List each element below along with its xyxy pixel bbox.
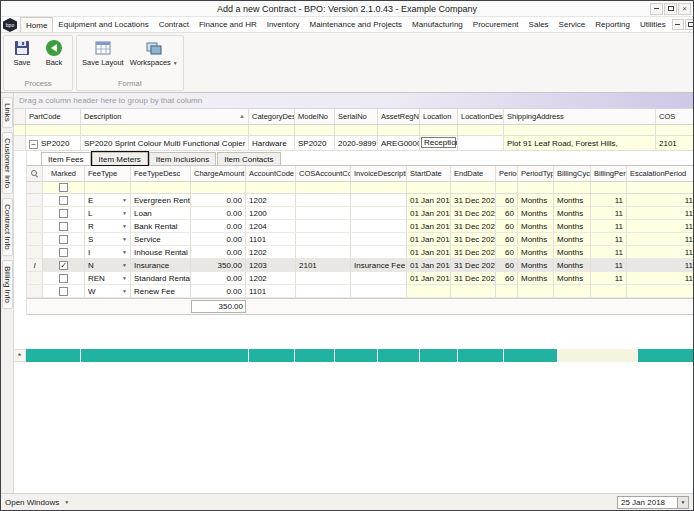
ribbon-tab-finance-and-hr[interactable]: Finance and HR <box>194 17 262 32</box>
filter-cell[interactable] <box>295 125 335 135</box>
cell-feetype[interactable]: REN▼ <box>85 272 131 284</box>
column-header-location[interactable]: Location <box>420 109 458 124</box>
cell-period[interactable]: 60 <box>496 194 518 206</box>
cell-escalationperiod[interactable]: 11 <box>627 246 694 258</box>
new-row-cell[interactable] <box>249 349 295 362</box>
master-row[interactable]: −SP2020 SP2020 Sprint Colour Multi Funct… <box>14 136 693 151</box>
column-header-cosaccountcode[interactable]: COSAccountCode <box>296 166 351 181</box>
column-header-categorydesc[interactable]: CategoryDesc <box>249 109 295 124</box>
cell-period[interactable]: 60 <box>496 259 518 271</box>
cell-billingcycle[interactable]: Months <box>554 220 591 232</box>
group-by-panel[interactable]: Drag a column header here to group by th… <box>14 93 693 109</box>
cell-feetypedesc[interactable]: Standard Rentals <box>131 272 191 284</box>
cell-periodtype[interactable]: Months <box>518 272 554 284</box>
table-row[interactable]: S▼Service0.00110101 Jan 201831 Dec 20226… <box>27 233 694 246</box>
cell-locationdesc[interactable] <box>458 136 504 150</box>
cell-enddate[interactable]: 31 Dec 2022 <box>451 233 496 245</box>
minimize-icon[interactable] <box>650 3 663 15</box>
filter-cell[interactable] <box>246 182 296 193</box>
cell-escalationperiod[interactable]: 11 <box>627 259 694 271</box>
new-row-cell[interactable] <box>26 349 81 362</box>
cell-escalationperiod[interactable] <box>627 285 694 297</box>
dropdown-arrow-icon[interactable]: ▼ <box>122 262 127 268</box>
cell-periodtype[interactable]: Months <box>518 194 554 206</box>
cell-accountcode[interactable]: 1101 <box>246 233 296 245</box>
cell-enddate[interactable] <box>451 285 496 297</box>
cell-escalationperiod[interactable]: 11 <box>627 272 694 284</box>
back-button[interactable]: Back <box>38 37 70 78</box>
cell-periodtype[interactable]: Months <box>518 259 554 271</box>
cell-accountcode[interactable]: 1202 <box>246 272 296 284</box>
location-editor[interactable]: Reception <box>421 137 456 148</box>
column-header-description[interactable]: Description▲ <box>81 109 249 124</box>
cell-invoicedescription[interactable] <box>351 246 407 258</box>
fee-grid-filter-row[interactable] <box>27 182 694 194</box>
cell-startdate[interactable] <box>407 285 451 297</box>
cell-feetypedesc[interactable]: Inhouse Rental <box>131 246 191 258</box>
filter-cell[interactable] <box>591 182 627 193</box>
cell-billingperiod[interactable]: 11 <box>591 194 627 206</box>
cell-feetype[interactable]: E▼ <box>85 194 131 206</box>
cell-feetypedesc[interactable]: Renew Fee <box>131 285 191 297</box>
cell-modelno[interactable]: SP2020 <box>295 136 335 150</box>
dropdown-arrow-icon[interactable]: ▼ <box>122 275 127 281</box>
cell-invoicedescription[interactable] <box>351 207 407 219</box>
column-header-startdate[interactable]: StartDate <box>407 166 451 181</box>
cell-assetregno[interactable]: AREG000083 <box>378 136 420 150</box>
cell-shippingaddress[interactable]: Plot 91 Leaf Road, Forest Hills, <box>504 136 656 150</box>
checkbox-icon[interactable] <box>59 183 68 192</box>
cell-feetypedesc[interactable]: Service <box>131 233 191 245</box>
cell-billingcycle[interactable]: Months <box>554 233 591 245</box>
cell-startdate[interactable]: 01 Jan 2018 <box>407 194 451 206</box>
cell-billingcycle[interactable] <box>554 285 591 297</box>
cell-feetypedesc[interactable]: Loan <box>131 207 191 219</box>
cell-enddate[interactable]: 31 Dec 2022 <box>451 272 496 284</box>
cell-chargeamount[interactable]: 0.00 <box>191 220 246 232</box>
workspaces-button[interactable]: Workspaces▼ <box>127 37 181 78</box>
marked-checkbox-cell[interactable] <box>43 272 85 284</box>
cell-invoicedescription[interactable] <box>351 233 407 245</box>
cell-feetype[interactable]: W▼ <box>85 285 131 297</box>
tab-item-meters[interactable]: Item Meters <box>92 152 148 165</box>
table-row[interactable]: W▼Renew Fee0.001101 <box>27 285 694 298</box>
checkbox-icon[interactable] <box>59 235 68 244</box>
filter-cell[interactable] <box>191 182 246 193</box>
cell-billingcycle[interactable]: Months <box>554 246 591 258</box>
mdi-restore-icon[interactable] <box>685 19 694 30</box>
new-row-cell[interactable] <box>295 349 335 362</box>
close-icon[interactable]: × <box>678 3 691 15</box>
dropdown-arrow-icon[interactable]: ▼ <box>122 236 127 242</box>
column-header-partcode[interactable]: PartCode <box>26 109 81 124</box>
dropdown-arrow-icon[interactable]: ▼ <box>122 210 127 216</box>
cell-escalationperiod[interactable]: 11 <box>627 194 694 206</box>
cell-billingperiod[interactable]: 11 <box>591 272 627 284</box>
cell-chargeamount[interactable]: 0.00 <box>191 194 246 206</box>
cell-billingcycle[interactable]: Months <box>554 194 591 206</box>
marked-checkbox-cell[interactable] <box>43 194 85 206</box>
master-filter-row[interactable] <box>14 125 693 136</box>
cell-startdate[interactable]: 01 Jan 2018 <box>407 220 451 232</box>
column-header-enddate[interactable]: EndDate <box>451 166 496 181</box>
cell-periodtype[interactable] <box>518 285 554 297</box>
table-row[interactable]: I▼Inhouse Rental0.00120201 Jan 201831 De… <box>27 246 694 259</box>
cell-billingperiod[interactable]: 11 <box>591 207 627 219</box>
filter-cell[interactable] <box>627 182 694 193</box>
open-windows-button[interactable]: Open Windows ▼ <box>5 498 69 507</box>
column-header-modelno[interactable]: ModelNo <box>295 109 335 124</box>
side-tab-contract-info[interactable]: Contract Info <box>2 198 13 256</box>
ribbon-tab-maintenance-and-projects[interactable]: Maintenance and Projects <box>305 17 408 32</box>
cell-startdate[interactable]: 01 Jan 2018 <box>407 207 451 219</box>
column-header-billingcycle[interactable]: BillingCycle <box>554 166 591 181</box>
cell-chargeamount[interactable]: 0.00 <box>191 233 246 245</box>
column-header-shippingaddress[interactable]: ShippingAddress <box>504 109 656 124</box>
ribbon-tab-procurement[interactable]: Procurement <box>468 17 524 32</box>
collapse-icon[interactable]: − <box>29 140 38 149</box>
marked-checkbox-cell[interactable] <box>43 220 85 232</box>
cell-chargeamount[interactable]: 350.00 <box>191 259 246 271</box>
cell-cos[interactable]: 2101 <box>656 136 694 150</box>
cell-cosaccountcode[interactable] <box>296 246 351 258</box>
maximize-icon[interactable] <box>664 3 677 15</box>
checkbox-icon[interactable] <box>59 209 68 218</box>
cell-accountcode[interactable]: 1202 <box>246 246 296 258</box>
new-row-cell[interactable] <box>504 349 558 362</box>
